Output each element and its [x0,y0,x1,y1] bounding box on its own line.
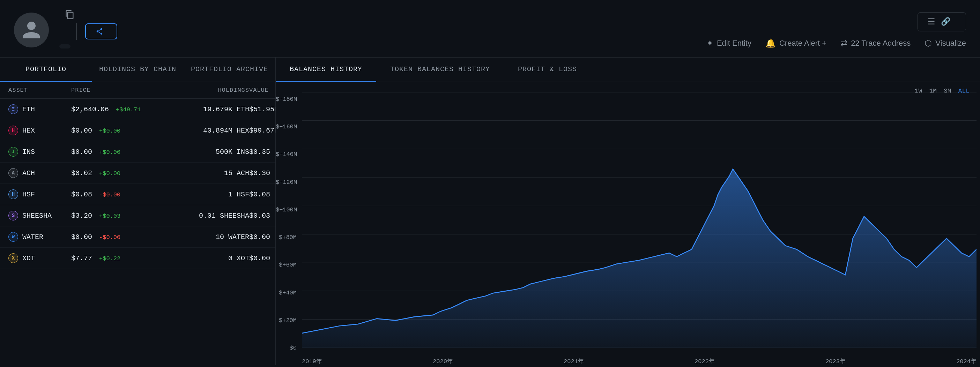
value-cell: $0.00 +$0.00 [249,254,275,262]
value-cell: $0.03 +$0.00 [249,212,275,220]
asset-icon: S [8,211,18,221]
price-change: +$0.00 [99,170,120,177]
price-value: $3.20 [71,212,92,220]
table-row[interactable]: Ξ ETH $2,640.06 +$49.71 19.679K ETH $51.… [0,99,275,120]
asset-name: ACH [22,169,35,177]
asset-cell: H HSF [8,189,71,199]
holdings-cell: 0 XOT [158,254,249,262]
divider [76,23,77,40]
tab-portfolio[interactable]: PORTFOLIO [0,57,92,82]
value-amount: $0.03 [249,212,270,220]
asset-name: XOT [22,254,35,262]
trace-address-button[interactable]: ⇄ 22 Trace Address [840,38,910,48]
value-cell: $51.95M +$978.26K [249,105,275,113]
action-buttons: ✦ Edit Entity 🔔 Create Alert + ⇄ 22 Trac… [706,38,966,48]
asset-cell: Ξ ETH [8,104,71,114]
visualize-icon: ⬡ [924,38,932,48]
price-cell: $2,640.06 +$49.71 [71,105,158,113]
price-value: $2,640.06 [71,105,109,113]
value-amount: $0.30 [249,169,270,177]
edit-entity-label: Edit Entity [717,39,751,48]
asset-name: WATER [22,233,43,241]
table-row[interactable]: W WATER $0.00 -$0.00 10 WATER $0.00 -$0.… [0,226,275,248]
value-cell: $0.30 +$0.00 [249,169,275,177]
balance-row [59,23,117,40]
table-row[interactable]: H HSF $0.08 -$0.00 1 HSF $0.08 -$0.00 [0,184,275,205]
filter-icon: ☰ [928,17,935,27]
col-asset: ASSET [8,87,71,94]
price-change: +$49.71 [116,106,141,113]
visualize-button[interactable]: ⬡ Visualize [924,38,966,48]
x-label: 2024年 [956,357,977,365]
table-row[interactable]: I INS $0.00 +$0.00 500K INS $0.35 +$0.03 [0,141,275,162]
x-label: 2022年 [695,357,715,365]
asset-icon: W [8,232,18,242]
price-cell: $0.00 -$0.00 [71,233,158,241]
price-cell: $7.77 +$0.22 [71,254,158,262]
y-label: $+60M [276,262,300,268]
price-cell: $0.00 +$0.00 [71,127,158,135]
holdings-cell: 500K INS [158,148,249,156]
chart-tabs: BALANCES HISTORY TOKEN BALANCES HISTORY … [276,57,980,82]
value-amount: $99.67K [249,127,275,135]
asset-icon: X [8,253,18,263]
price-value: $0.00 [71,148,92,156]
table-row[interactable]: S SHEESHA $3.20 +$0.03 0.01 SHEESHA $0.0… [0,205,275,226]
y-label: $+100M [276,207,300,213]
price-change: +$0.03 [99,213,120,219]
y-label: $+120M [276,179,300,186]
header: ☰ 🔗 ✦ Edit Entity 🔔 Create Alert + ⇄ 22 … [0,0,980,57]
bell-icon: 🔔 [765,38,776,48]
price-change: -$0.00 [99,192,120,198]
price-value: $0.00 [71,127,92,135]
copy-icon[interactable] [65,10,75,19]
value-amount: $51.95M [249,105,275,113]
create-alert-button[interactable]: 🔔 Create Alert + [765,38,826,48]
price-cell: $3.20 +$0.03 [71,212,158,220]
edit-entity-button[interactable]: ✦ Edit Entity [706,38,751,48]
value-amount: $0.00 [249,254,270,262]
value-amount: $0.08 [249,191,270,199]
edit-icon: ✦ [706,38,713,48]
share-button[interactable] [85,23,117,40]
tab-portfolio-archive[interactable]: PORTFOLIO ARCHIVE [184,57,275,82]
y-label: $+160M [276,124,300,130]
x-label: 2021年 [564,357,584,365]
asset-cell: I INS [8,147,71,157]
trace-icon: ⇄ [840,38,847,48]
price-value: $0.00 [71,233,92,241]
price-change: +$0.00 [99,128,120,134]
y-axis-labels: $+180M$+160M$+140M$+120M$+100M$+80M$+60M… [276,96,300,351]
link-icon: 🔗 [941,17,950,27]
user-icon [21,19,42,40]
asset-cell: X XOT [8,253,71,263]
y-label: $+180M [276,96,300,103]
tab-profit-loss[interactable]: PROFIT & LOSS [504,57,591,82]
tab-balances-history[interactable]: BALANCES HISTORY [276,57,376,82]
price-cell: $0.00 +$0.00 [71,148,158,156]
table-row[interactable]: X XOT $7.77 +$0.22 0 XOT $0.00 +$0.00 [0,248,275,269]
value-cell: $0.00 -$0.00 [249,233,275,241]
table-row[interactable]: H HEX $0.00 +$0.00 40.894M HEX $99.67K +… [0,120,275,141]
table-row[interactable]: A ACH $0.02 +$0.00 15 ACH $0.30 +$0.00 [0,162,275,184]
price-change: +$0.22 [99,255,120,262]
visualize-label: Visualize [935,39,966,48]
table-header: ASSET PRICE HOLDINGS VALUE [0,82,275,99]
y-label: $+80M [276,234,300,241]
table-body: Ξ ETH $2,640.06 +$49.71 19.679K ETH $51.… [0,99,275,365]
price-cell: $0.02 +$0.00 [71,169,158,177]
price-value: $0.02 [71,169,92,177]
tab-holdings-by-chain[interactable]: HOLDINGS BY CHAIN [92,57,184,82]
x-axis-labels: 2019年2020年2021年2022年2023年2024年 [302,357,977,365]
right-panel: BALANCES HISTORY TOKEN BALANCES HISTORY … [276,57,980,365]
col-holdings: HOLDINGS [158,87,249,94]
asset-icon: Ξ [8,104,18,114]
value-cell: $0.08 -$0.00 [249,191,275,199]
tab-token-balances-history[interactable]: TOKEN BALANCES HISTORY [376,57,504,82]
asset-name: HEX [22,127,35,135]
y-label: $+140M [276,151,300,158]
network-bar[interactable]: ☰ 🔗 [918,12,966,32]
holdings-cell: 15 ACH [158,169,249,177]
asset-icon: H [8,189,18,199]
header-info [59,10,117,50]
